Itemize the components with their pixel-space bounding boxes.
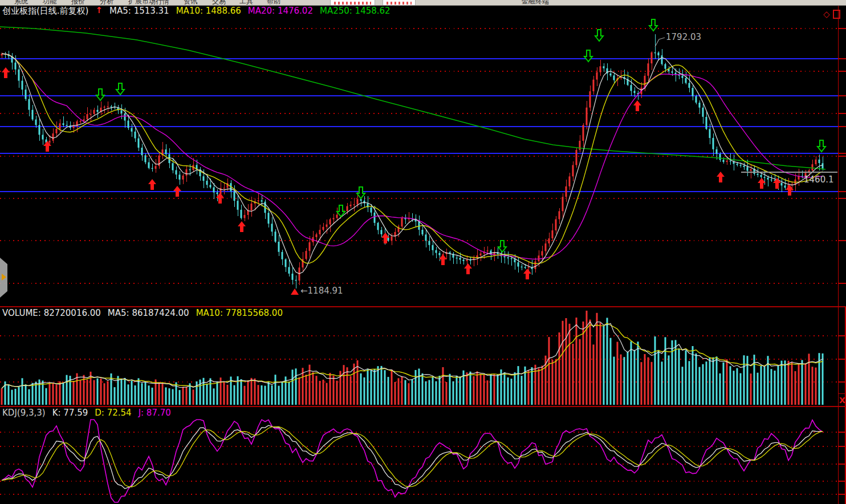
ma10-label: MA10: 1488.66	[176, 6, 241, 17]
sell-signal-arrow	[584, 50, 592, 62]
buy-signal-arrow	[2, 67, 10, 78]
close-indicator-button[interactable]: X	[838, 393, 846, 407]
kdj-d-label: D: 72.54	[95, 408, 131, 418]
left-panel-handle[interactable]	[0, 258, 7, 298]
sell-signal-arrow	[649, 19, 657, 31]
sell-signal-arrow	[595, 30, 603, 41]
buy-signal-arrow	[717, 172, 725, 182]
buy-signal-arrow	[464, 263, 472, 274]
chart-canvas[interactable]	[0, 0, 846, 504]
sell-signal-arrow	[498, 241, 506, 252]
kdj-title: KDJ(9,3,3)	[2, 408, 46, 418]
low-point-triangle	[291, 288, 299, 295]
last-price-annotation: 1460.1	[804, 174, 834, 185]
chart-toolbar: ◇	[823, 10, 840, 19]
high-price-annotation: 1792.03	[666, 32, 701, 42]
expand-arrow-icon	[2, 274, 6, 281]
trading-app-window: 系统功能报价分析扩展市场行情资讯交易工具帮助金融终端 创业板指(日线.前复权) …	[0, 0, 846, 504]
new-page-icon[interactable]	[833, 10, 840, 19]
buy-signal-arrow	[773, 178, 781, 189]
ma250-label: MA250: 1458.62	[320, 6, 391, 17]
sell-signal-arrow	[96, 89, 104, 100]
diamond-icon[interactable]: ◇	[823, 10, 830, 18]
buy-signal-arrow	[148, 179, 156, 190]
kdj-k-label: K: 77.59	[52, 408, 88, 418]
sell-signal-arrow	[116, 83, 124, 95]
up-arrow-icon: ↑	[95, 5, 103, 16]
kdj-j-label: J: 87.70	[139, 408, 171, 418]
volume-label: VOLUME: 82720016.00	[2, 308, 101, 318]
ma20-label: MA20: 1476.02	[248, 6, 313, 17]
kdj-header: KDJ(9,3,3) K: 77.59 D: 72.54 J: 87.70	[2, 408, 171, 418]
volume-ma10-label: MA10: 77815568.00	[196, 308, 283, 318]
sell-signal-arrow	[817, 140, 825, 152]
buy-signal-arrow	[786, 185, 794, 196]
buy-signal-arrow	[238, 221, 246, 232]
low-price-annotation: ←1184.91	[300, 286, 343, 296]
main-chart-header: 创业板指(日线.前复权) ↑ MA5: 1513.31 MA10: 1488.6…	[2, 6, 391, 17]
sell-signal-arrow	[357, 187, 365, 198]
buy-signal-arrow	[633, 100, 641, 111]
buy-signal-arrow	[523, 269, 531, 279]
ma5-label: MA5: 1513.31	[109, 6, 169, 17]
buy-signal-arrow	[439, 254, 447, 265]
volume-header: VOLUME: 82720016.00 MA5: 86187424.00 MA1…	[2, 308, 283, 318]
volume-ma5-label: MA5: 86187424.00	[108, 308, 189, 318]
symbol-title: 创业板指(日线.前复权)	[2, 6, 88, 17]
